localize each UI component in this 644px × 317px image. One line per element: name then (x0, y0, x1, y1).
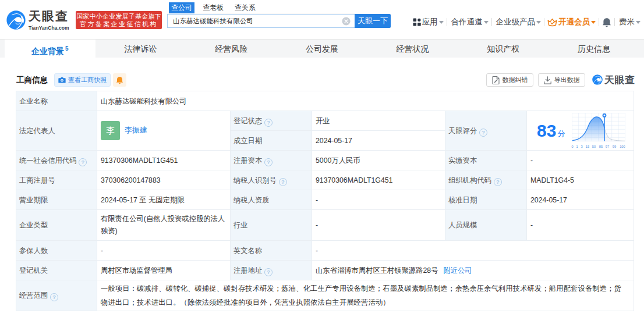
tick-label: 3 (581, 145, 582, 148)
menu-notifications[interactable] (599, 17, 614, 27)
tab-operating-status[interactable]: 经营状况 (367, 40, 458, 58)
table-row: 统一社会信用代码 91370306MADLT1G451 注册资本 5000万人民… (16, 151, 634, 170)
org-code-value: MADLT1G4-5 (527, 170, 634, 190)
legal-rep-avatar[interactable]: 李 (101, 121, 120, 140)
export-data-button[interactable]: 导出数据 (538, 73, 585, 87)
tianyancha-logo-icon[interactable] (6, 10, 26, 30)
tab-legal-proceedings[interactable]: 法律诉讼 (95, 40, 186, 58)
tab-count-badge: 5 (65, 45, 69, 52)
score-curve (572, 113, 625, 142)
table-row: 登记机关 周村区市场监督管理局 注册地址 山东省淄博市周村区王村镇聚源路28号附… (16, 261, 634, 280)
business-term-value: 2024-05-17 至 无固定期限 (97, 190, 231, 210)
field-label: 实缴资本 (445, 151, 527, 170)
field-label: 人员规模 (445, 210, 527, 241)
tick-label: 0 (572, 145, 574, 148)
search-tab-company[interactable]: 查公司 (169, 2, 194, 13)
credit-code-value: 91370306MADLT1G451 (97, 151, 231, 170)
field-label: 登记机关 (16, 261, 97, 280)
paid-capital-value: - (527, 151, 634, 170)
crown-icon (547, 18, 557, 27)
tick-label: 97 (606, 145, 609, 148)
field-label-text: 天眼评分 (448, 127, 477, 135)
tab-company-background[interactable]: 企业背景5 (5, 40, 95, 58)
score-value[interactable]: 83 (537, 122, 556, 140)
score-unit: 分 (557, 128, 565, 140)
field-label-text: 经营范围 (19, 291, 48, 300)
menu-vip[interactable]: 开通会员 (544, 17, 599, 27)
question-circle-icon[interactable] (494, 178, 502, 186)
tick-label: 15 (585, 145, 589, 148)
top-menu: 应用 合作通道 企业级产品 开通会员 (410, 16, 644, 28)
question-circle-icon[interactable] (264, 158, 273, 166)
field-label: 纳税人识别号 (231, 170, 312, 190)
search-tab-boss[interactable]: 查老板 (200, 2, 226, 13)
field-label: 纳税人资质 (231, 190, 312, 210)
business-scope-value: 一般项目：碳减排、碳转化、碳捕捉、碳封存技术研发；炼油、化工生产专用设备制造；石… (97, 280, 634, 311)
tick-label: 99 (613, 145, 616, 148)
field-label-text: 统一社会信用代码 (19, 156, 76, 165)
tab-history-info[interactable]: 历史信息 (549, 40, 639, 58)
field-label-text: 组织机构代码 (448, 176, 491, 184)
field-label-text: 纳税人识别号 (233, 176, 277, 184)
company-nav-tabs: 企业背景5 法律诉讼 经营风险 公司发展 经营状况 知识产权 历史信息 (0, 39, 644, 58)
search-tab-relation[interactable]: 查关系 (232, 2, 258, 13)
taxpayer-quality-value: - (312, 190, 445, 210)
menu-enterprise[interactable]: 企业级产品 (492, 17, 544, 27)
view-snapshot-label: 查看工商快照 (68, 76, 107, 84)
view-snapshot-button[interactable]: 查看工商快照 (54, 73, 111, 87)
legal-rep-link[interactable]: 李振建 (125, 126, 147, 134)
field-label: 天眼评分 (445, 111, 527, 151)
field-label-text: 登记状态 (233, 117, 262, 125)
tab-label: 企业背景 (31, 47, 64, 56)
table-row: 经营范围 一般项目：碳减排、碳转化、碳捕捉、碳封存技术研发；炼油、化工生产专用设… (16, 280, 634, 311)
monitor-bell-button[interactable] (113, 73, 126, 87)
tab-label: 经营状况 (397, 44, 429, 54)
tab-company-development[interactable]: 公司发展 (277, 40, 367, 58)
field-label: 法定代表人 (16, 111, 97, 151)
question-circle-icon[interactable] (79, 158, 87, 166)
field-label-text: 注册地址 (233, 266, 262, 275)
field-label: 注册资本 (231, 151, 312, 170)
menu-partners-label: 合作通道 (451, 17, 483, 27)
question-circle-icon[interactable] (264, 119, 273, 127)
search-input[interactable] (173, 15, 336, 27)
field-label: 企业名称 (16, 91, 97, 111)
menu-apps-label: 应用 (422, 17, 438, 27)
question-circle-icon[interactable] (479, 129, 487, 137)
field-label: 登记状态 (231, 111, 312, 131)
chevron-down-icon (439, 21, 444, 24)
bell-icon (602, 17, 611, 27)
reg-number-value: 370306200147883 (97, 170, 231, 190)
menu-user[interactable]: 费米 (615, 17, 643, 27)
question-circle-icon[interactable] (50, 293, 58, 301)
menu-enterprise-label: 企业级产品 (496, 17, 536, 27)
download-icon (544, 76, 551, 84)
apps-grid-icon (413, 18, 421, 26)
watermark-label: 天眼查 (604, 73, 635, 87)
menu-apps[interactable]: 应用 (410, 17, 447, 27)
logo-title[interactable]: 天眼查 (29, 10, 69, 23)
field-label: 英文名称 (231, 241, 312, 261)
search-button[interactable]: 天眼一下 (355, 14, 391, 28)
chevron-down-icon (484, 21, 489, 24)
tick-label: 1 (576, 145, 578, 148)
official-badge: 国家中小企业发展子基金旗下 官方备案企业征信机构 (76, 11, 162, 29)
menu-partners[interactable]: 合作通道 (447, 17, 491, 27)
business-info-section-header: 工商信息 查看工商快照 数据纠错 导出数据 (0, 58, 644, 91)
tick-label: 100 (620, 145, 625, 148)
company-type-value: 有限责任公司(自然人投资或控股的法人独资) (97, 210, 231, 241)
field-label: 经营范围 (16, 280, 97, 311)
question-circle-icon[interactable] (264, 268, 273, 276)
data-correction-button[interactable]: 数据纠错 (486, 73, 533, 87)
section-title: 工商信息 (16, 75, 48, 86)
tab-intellectual-property[interactable]: 知识产权 (458, 40, 549, 58)
chevron-down-icon (636, 21, 641, 24)
clear-search-icon[interactable] (342, 17, 351, 26)
field-label: 参保人数 (16, 241, 97, 261)
field-label: 组织机构代码 (445, 170, 527, 190)
business-info-table: 企业名称 山东赫达碳能科技有限公司 法定代表人 李李振建 登记状态 开业 天眼评… (16, 91, 634, 311)
nearby-companies-link[interactable]: 附近公司 (443, 266, 472, 275)
question-circle-icon[interactable] (279, 178, 287, 186)
export-data-label: 导出数据 (554, 76, 580, 84)
tab-operational-risk[interactable]: 经营风险 (186, 40, 277, 58)
